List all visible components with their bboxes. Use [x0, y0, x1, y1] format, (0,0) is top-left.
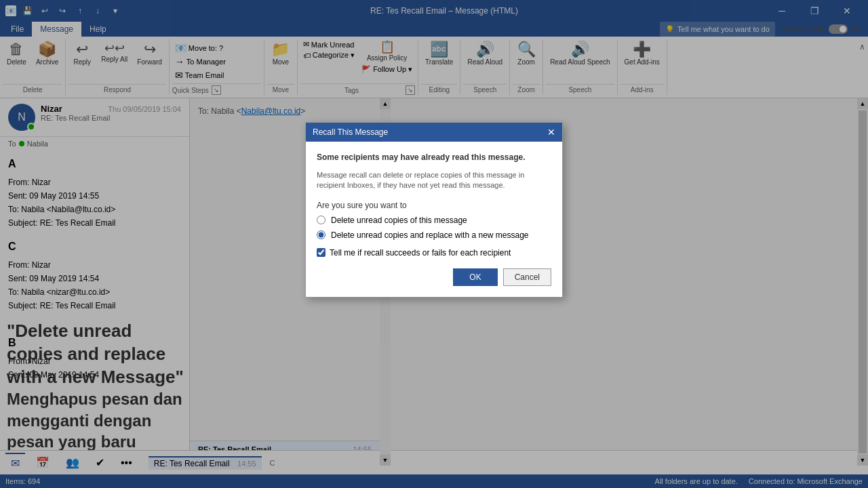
recall-dialog: Recall This Message ✕ Some recipients ma… [305, 122, 563, 298]
dialog-options: Delete unread copies of this message Del… [317, 216, 551, 240]
notify-label: Tell me if recall succeeds or fails for … [330, 248, 511, 258]
option-delete: Delete unread copies of this message [317, 216, 551, 225]
dialog-warning: Some recipients may have already read th… [317, 152, 551, 162]
dialog-buttons: OK Cancel [317, 268, 551, 286]
dialog-close-button[interactable]: ✕ [547, 127, 555, 138]
radio-replace[interactable] [317, 230, 326, 239]
dialog-body: Some recipients may have already read th… [306, 142, 562, 297]
option-replace-label: Delete unread copies and replace with a … [331, 230, 529, 240]
dialog-question: Are you sure you want to [317, 201, 551, 210]
radio-delete[interactable] [317, 216, 326, 224]
modal-overlay: Recall This Message ✕ Some recipients ma… [0, 0, 868, 488]
dialog-description: Message recall can delete or replace cop… [317, 170, 551, 191]
dialog-title: Recall This Message [313, 127, 388, 137]
cancel-button[interactable]: Cancel [503, 268, 551, 286]
option-replace: Delete unread copies and replace with a … [317, 230, 551, 240]
dialog-titlebar: Recall This Message ✕ [306, 123, 562, 142]
ok-button[interactable]: OK [453, 268, 497, 286]
notify-checkbox[interactable] [317, 248, 326, 257]
option-delete-label: Delete unread copies of this message [331, 216, 467, 225]
notify-checkbox-row: Tell me if recall succeeds or fails for … [317, 248, 551, 258]
